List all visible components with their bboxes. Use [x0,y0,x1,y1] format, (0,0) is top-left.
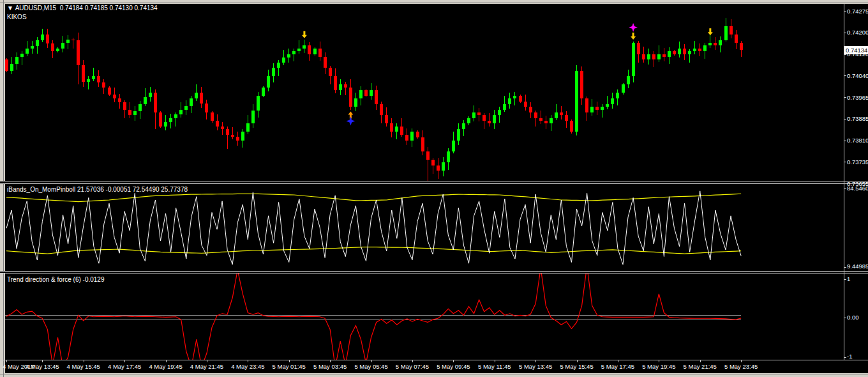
time-axis-tick [577,360,578,362]
price-axis-label[interactable]: 0.73735 [847,158,868,165]
time-axis-label[interactable]: 5 May 15:45 [560,363,593,370]
time-axis-tick [535,360,536,362]
price-axis-tick [844,33,846,33]
time-axis-tick [124,360,125,362]
time-axis-tick [207,360,207,362]
time-axis-tick [330,360,331,362]
price-axis-label[interactable]: 0.74275 [847,8,868,15]
indicator-label-kikos: KIKOS [7,13,27,20]
price-axis-label[interactable]: 0.73810 [847,137,868,144]
momentum-axis-min[interactable]: 9.44985 [847,263,868,270]
trend-indicator-name: Trend direction & force (6) [7,276,81,283]
time-axis-label[interactable]: 5 May 01:45 [273,363,306,370]
time-axis-label[interactable]: 5 May 23:45 [724,363,758,370]
price-axis-tick [844,97,846,98]
mt4-chart-window: ▼ AUDUSD,M15 0.74184 0.74185 0.74130 0.7… [0,0,868,377]
price-axis-tick [844,119,846,119]
trend-indicator-value: -0.0129 [83,276,105,283]
time-axis-label[interactable]: 4 May 23:45 [231,363,264,370]
price-axis-tick [844,75,846,76]
sell-arrow-icon [631,33,636,40]
sell-arrow-icon [302,31,307,38]
time-axis-label[interactable]: 5 May 09:45 [437,363,470,370]
time-axis-label[interactable]: 5 May 07:45 [396,363,429,370]
momentum-indicator-values: 21.57036 -0.00051 72.54490 25.77378 [77,186,188,193]
time-axis-label[interactable]: 5 May 21:45 [684,363,717,370]
time-axis-label[interactable]: 4 May 13:45 [26,363,59,370]
ohlc-values: 0.74184 0.74185 0.74130 0.74134 [60,4,158,12]
trend-panel-label: Trend direction & force (6) -0.0129 [7,276,105,283]
time-axis-label[interactable]: 5 May 13:45 [519,363,552,370]
time-axis-tick [495,360,495,362]
price-axis-label[interactable]: 0.73885 [847,115,868,122]
time-axis-label[interactable]: 5 May 05:45 [354,363,387,370]
time-axis-tick [289,360,290,362]
time-axis-tick [248,360,248,362]
time-axis-tick [741,360,742,362]
sell-arrow-icon [708,28,713,35]
trend-axis-top[interactable]: 1 [847,275,850,282]
time-axis-label[interactable]: 4 May 17:45 [108,363,141,370]
time-axis-label[interactable]: 4 May 21:45 [190,363,223,370]
time-axis-tick [166,360,167,362]
time-axis-label[interactable]: 5 May 03:45 [313,363,347,370]
price-axis-label[interactable]: 0.74040 [847,72,868,79]
time-axis-tick [412,360,413,362]
window-bottom-border [0,374,868,374]
trend-axis-tick [844,357,846,358]
main-chart-canvas[interactable] [0,0,868,181]
time-axis-tick [618,360,618,362]
trend-axis-tick [844,279,846,280]
momentum-panel-canvas[interactable] [0,184,868,271]
trend-panel-canvas[interactable] [0,273,868,360]
time-axis-label[interactable]: 4 May 15:45 [67,363,100,370]
time-axis-tick [700,360,701,362]
momentum-panel-label: iBands_On_MomPinboll 21.57036 -0.00051 7… [7,186,188,193]
time-axis-tick [659,360,659,362]
time-axis-tick [453,360,454,362]
momentum-axis-tick [844,188,846,188]
time-axis-tick [84,360,84,362]
price-axis-label[interactable]: 0.74200 [847,29,868,36]
trend-axis-mid[interactable]: 0.00 [847,314,859,321]
trend-axis-tick [844,318,846,318]
momentum-axis-tick [844,267,846,268]
price-axis-line [844,4,844,360]
price-axis-tick [844,11,846,12]
time-axis-label[interactable]: 5 May 11:45 [478,363,511,370]
current-price-box: 0.74134 [844,46,868,54]
signal-star-icon [629,23,638,32]
price-axis-tick [844,162,846,162]
time-axis-tick [371,360,372,362]
symbol-dropdown-icon[interactable]: ▼ [7,4,13,12]
time-axis-tick [6,360,7,362]
time-axis-label[interactable]: 5 May 17:45 [601,363,634,370]
time-axis-line [0,360,868,360]
symbol-title: AUDUSD,M15 [15,4,56,12]
time-axis-tick [42,360,43,362]
time-axis-label[interactable]: 4 May 19:45 [149,363,182,370]
signal-star-icon [346,117,355,126]
price-axis-tick [844,141,846,141]
price-axis-label[interactable]: 0.73965 [847,94,868,101]
time-axis-label[interactable]: 5 May 19:45 [642,363,675,370]
trend-axis-bottom[interactable]: -1 [847,353,852,360]
price-axis-label[interactable]: 0.73655 [847,180,868,187]
momentum-indicator-name: iBands_On_MomPinboll [7,186,75,193]
price-axis-tick [844,183,846,184]
chart-header: ▼ AUDUSD,M15 0.74184 0.74185 0.74130 0.7… [7,4,158,12]
